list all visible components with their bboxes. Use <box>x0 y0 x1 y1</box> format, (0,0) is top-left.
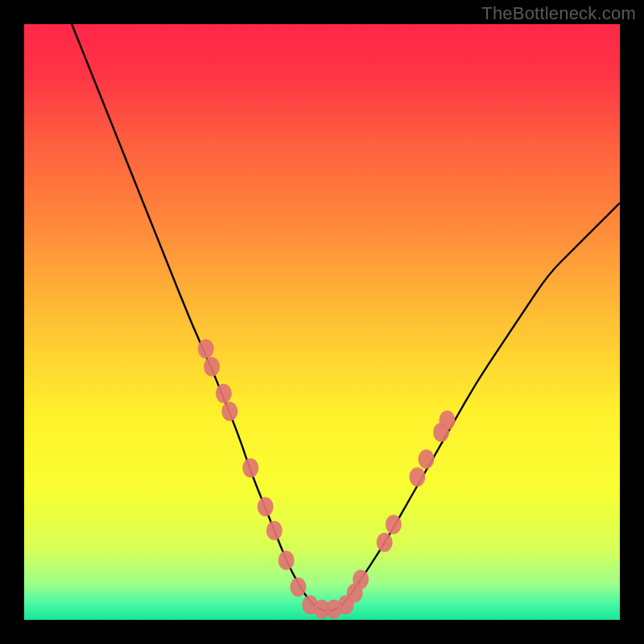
data-point <box>198 339 214 358</box>
data-point <box>266 521 283 540</box>
data-point <box>204 357 220 377</box>
data-point <box>419 449 435 469</box>
data-point <box>386 515 402 535</box>
data-point <box>353 570 369 589</box>
data-point <box>279 551 295 570</box>
data-point <box>242 458 258 477</box>
data-point <box>258 497 274 516</box>
data-point <box>409 467 425 486</box>
chart-frame <box>24 24 620 620</box>
data-point <box>221 402 237 421</box>
watermark-text: TheBottleneck.com <box>481 3 636 24</box>
data-point <box>290 577 306 597</box>
data-point <box>439 411 455 430</box>
bottleneck-chart <box>24 24 620 620</box>
data-point <box>216 384 232 403</box>
gradient-background <box>24 24 620 620</box>
data-point <box>377 533 393 552</box>
